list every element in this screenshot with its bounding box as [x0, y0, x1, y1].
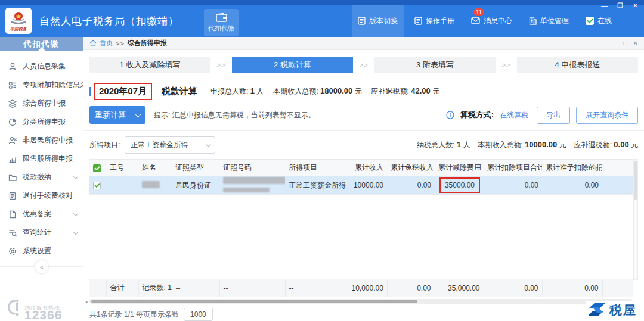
footer-cell-cumulative-income: 10,000.00 [348, 279, 387, 297]
footer-cell-donation: 0.00 [542, 279, 602, 297]
nav-item-version-switch[interactable]: 版本切换 [352, 5, 404, 37]
pagination-row: 共1条记录 1/1 每页显示条数 1000 [83, 304, 644, 321]
module-tab-withholding[interactable]: 代扣代缴 [204, 9, 239, 36]
recalculate-button[interactable]: 重新计算 [89, 106, 145, 124]
col-header-name: 姓名 [138, 160, 172, 176]
breadcrumb-home[interactable]: 首页 [100, 39, 113, 48]
close-icon[interactable]: ✕ [633, 2, 638, 9]
nav-item-message-center[interactable]: 11 消息中心 [465, 5, 518, 37]
national-emblem-icon [10, 11, 27, 27]
cell-income-item: 正常工资薪金所得 [285, 176, 348, 195]
sidebar-item-preferential-filing[interactable]: 优惠备案 [0, 205, 83, 223]
cell-deduction-total: 0.00 [484, 176, 542, 195]
vertical-scrollbar-thumb[interactable] [634, 161, 637, 200]
sidebar-item-system-settings[interactable]: 系统设置 [0, 242, 83, 260]
scroll-left-arrow-icon[interactable]: ◂ [85, 300, 88, 304]
page-title: 税款计算 [162, 86, 197, 97]
sidebar-item-query-statistics[interactable]: 查询统计 [0, 223, 83, 242]
redaction-block [142, 181, 160, 188]
step-tab-income-entry[interactable]: 1 收入及减除填写 [89, 57, 210, 73]
watermark: 税屋 [586, 301, 639, 320]
minimize-icon[interactable]: — [601, 2, 608, 9]
cell-employee-id [106, 176, 138, 195]
window-controls: — ❐ ✕ [601, 2, 638, 9]
vertical-scrollbar[interactable] [633, 159, 638, 280]
app-header: 中国税务 自然人电子税务局（扣缴端） 代扣代缴 版本切换 [0, 5, 644, 37]
sidebar-collapse-button[interactable]: « [35, 260, 48, 273]
sidebar-item-tax-payment[interactable]: 税款缴纳 [0, 168, 83, 186]
app-window: — ❐ ✕ 中国税务 自然人电子税务局（扣缴端） 代扣代缴 [0, 0, 644, 321]
sidebar-item-comprehensive-income[interactable]: 综合所得申报 [0, 94, 83, 113]
sidebar-item-personnel-info[interactable]: 人员信息采集 [0, 57, 83, 76]
watermark-text: 税屋 [609, 302, 637, 319]
col-header-donation: 累计准予扣除的捐赠额 [542, 160, 602, 176]
nav-item-online-status[interactable]: 在线 [580, 5, 618, 37]
document-icon [358, 17, 366, 25]
recalculate-label: 重新计算 [95, 110, 126, 120]
sidebar-item-label: 限售股所得申报 [23, 154, 73, 164]
chevron-down-icon [73, 211, 78, 216]
horizontal-scrollbar-thumb[interactable] [91, 300, 417, 303]
sidebar-item-restricted-stock[interactable]: 限售股所得申报 [0, 149, 83, 168]
stat-declared-persons: 申报总人数: 1 人 [210, 86, 264, 96]
manual-icon [414, 17, 422, 25]
sidebar-menu: 人员信息采集 专项附加扣除信息采集 综合所得申报 分类所得申报 非居民所得申报 [0, 51, 83, 260]
app-title: 自然人电子税务局（扣缴端） [39, 14, 179, 28]
hotline-phone-icon [6, 298, 21, 319]
step-tab-submit-return[interactable]: 4 申报表报送 [517, 57, 638, 73]
tax-mode-value: 在线算税 [500, 110, 528, 120]
step-tab-tax-calculation[interactable]: 2 税款计算 [232, 57, 353, 73]
cell-name-redacted [138, 176, 172, 195]
nav-item-manual[interactable]: 操作手册 [408, 5, 460, 37]
income-item-label: 所得项目: [89, 140, 120, 150]
step-tabs: 1 收入及减除填写 >> 2 税款计算 >> 3 附表填写 >> 4 申报表报送 [83, 50, 644, 77]
footer-cell-tax-free-income: 0.00 [387, 279, 435, 297]
expand-query-button[interactable]: 展开查询条件 [576, 107, 638, 124]
cell-tax-free-income: 0.00 [387, 176, 435, 195]
horizontal-scrollbar[interactable]: ◂ [89, 299, 633, 304]
export-button[interactable]: 导出 [537, 107, 570, 124]
info-icon [446, 111, 454, 119]
breadcrumb-separator: >> [116, 40, 125, 47]
top-navigation: 版本切换 操作手册 11 消息中心 [352, 5, 618, 37]
cell-id-number-redacted [219, 176, 285, 195]
redaction-block [223, 188, 270, 192]
pagination-text: 共1条记录 1/1 每页显示条数 [89, 310, 179, 320]
page-size-select[interactable]: 1000 [184, 308, 213, 321]
person-badge-icon [8, 136, 17, 145]
folder-icon [8, 173, 17, 182]
restore-icon[interactable]: ❐ [617, 2, 623, 9]
panel-close-icon[interactable]: ✕ [633, 40, 638, 46]
col-header-id-number: 证照号码 [219, 160, 285, 176]
layers-icon [8, 99, 17, 108]
sidebar-item-classified-income[interactable]: 分类所得申报 [0, 113, 83, 131]
online-check-icon [586, 17, 594, 25]
sidebar-item-special-deduction[interactable]: 专项附加扣除信息采集 [0, 76, 83, 94]
cell-cumulative-income: 10000.00 [348, 176, 387, 195]
sidebar-item-nonresident-income[interactable]: 非居民所得申报 [0, 131, 83, 149]
table-row[interactable]: 居民身份证 正常工资薪金所得 10000.00 0.00 35000.00 0.… [89, 176, 633, 195]
step-tab-attached-forms[interactable]: 3 附表填写 [374, 57, 496, 73]
stat-filter-income: 本期收入总额: 10000.00 元 [478, 140, 566, 150]
step-separator: >> [210, 61, 232, 68]
col-header-employee-id: 工号 [106, 160, 138, 176]
building-icon [529, 17, 537, 25]
panel-restore-icon[interactable]: □ [624, 40, 627, 46]
sidebar-divider: « [0, 266, 83, 267]
col-header-income-item: 所得项目 [285, 160, 348, 176]
tax-mode-label: 算税方式: [460, 110, 494, 120]
table-zone: 工号 姓名 证照类型 证照号码 所得项目 累计收入 累计免税收入 累计减除费用 … [89, 159, 638, 304]
sidebar-item-label: 优惠备案 [23, 209, 51, 219]
sidebar-item-refund-fee-check[interactable]: 退付手续费核对 [0, 186, 83, 205]
chevron-down-icon [73, 229, 78, 234]
summary-row: 2020年07月 税款计算 申报总人数: 1 人 本期收入总额: 18000.0… [83, 77, 644, 103]
nav-item-unit-management[interactable]: 单位管理 [523, 5, 575, 37]
accent-bar [89, 87, 91, 96]
footer-cell-dash: -- [219, 279, 285, 297]
wallet-icon [216, 13, 227, 22]
row-checkbox[interactable] [93, 182, 101, 189]
cell-taxable-income [602, 176, 633, 195]
table-footer-row: 合计 记录数: 1 -- -- -- 10,000.00 0.00 35,000… [89, 279, 633, 297]
select-all-checkbox[interactable] [93, 164, 101, 172]
income-item-select[interactable]: 正常工资薪金所得 [125, 136, 215, 154]
